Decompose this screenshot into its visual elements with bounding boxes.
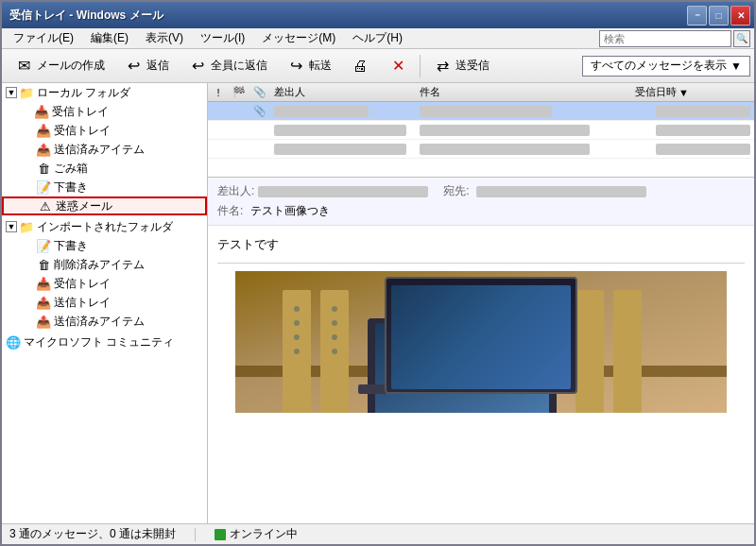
menu-edit[interactable]: 編集(E) bbox=[83, 28, 136, 48]
menu-tools[interactable]: ツール(I) bbox=[193, 28, 252, 48]
imported-folder-root[interactable]: ▼ 📁 インポートされたフォルダ bbox=[2, 217, 207, 236]
sidebar-item-sent[interactable]: 📤 送信済みアイテム bbox=[2, 140, 207, 159]
svg-point-11 bbox=[294, 334, 300, 340]
sidebar-item-inbox1[interactable]: ▷ 📥 受信トレイ bbox=[2, 102, 207, 121]
menu-help[interactable]: ヘルプ(H) bbox=[345, 28, 410, 48]
svg-rect-7 bbox=[576, 290, 604, 413]
reply-all-button[interactable]: ↩ 全員に返信 bbox=[180, 53, 276, 79]
svg-rect-3 bbox=[375, 323, 549, 413]
forward-button[interactable]: ↪ 転送 bbox=[278, 53, 340, 79]
sidebar-item-drafts[interactable]: 📝 下書き bbox=[2, 178, 207, 196]
sidebar-item-spam[interactable]: ⚠ 迷惑メール bbox=[2, 196, 207, 215]
msg3-subject bbox=[416, 143, 631, 155]
community-item[interactable]: 🌐 マイクロソフト コミュニティ bbox=[2, 333, 207, 351]
sidebar-item-imported-inbox[interactable]: 📥 受信トレイ bbox=[2, 274, 207, 293]
status-bar: 3 通のメッセージ、0 通は未開封 オンライン中 bbox=[2, 523, 754, 544]
imported-inbox-icon: 📥 bbox=[36, 276, 51, 291]
table-row[interactable] bbox=[208, 140, 754, 159]
folder-icon: 📁 bbox=[19, 85, 34, 100]
col-header-date[interactable]: 受信日時 ▼ bbox=[631, 85, 754, 99]
community-label: マイクロソフト コミュニティ bbox=[24, 334, 174, 350]
show-all-arrow: ▼ bbox=[730, 60, 742, 73]
preview-subject-row: 件名: テスト画像つき bbox=[217, 203, 745, 219]
preview-scroll[interactable]: テストです bbox=[208, 226, 754, 523]
print-button[interactable]: 🖨 bbox=[342, 53, 378, 79]
online-status-section: オンライン中 bbox=[215, 526, 298, 542]
compose-button[interactable]: ✉ メールの作成 bbox=[6, 53, 113, 79]
search-area: 🔍 bbox=[599, 30, 750, 47]
search-button[interactable]: 🔍 bbox=[733, 30, 750, 47]
online-label: オンライン中 bbox=[230, 526, 298, 542]
search-input[interactable] bbox=[599, 30, 731, 47]
col-header-subject[interactable]: 件名 bbox=[416, 85, 631, 99]
message-count: 3 通のメッセージ、0 通は未開封 bbox=[9, 526, 176, 542]
right-panel: ! 🏁 📎 差出人 件名 受信日時 ▼ bbox=[208, 83, 754, 523]
local-folder-root[interactable]: ▼ 📁 ローカル フォルダ bbox=[2, 83, 207, 102]
preview-body: テストです bbox=[208, 226, 754, 422]
msg2-from bbox=[270, 124, 416, 136]
send-receive-button[interactable]: ⇄ 送受信 bbox=[424, 53, 498, 79]
from-value bbox=[258, 185, 428, 198]
inbox1-icon: 📥 bbox=[34, 104, 49, 119]
sidebar-item-trash[interactable]: 🗑 ごみ箱 bbox=[2, 159, 207, 178]
sent-icon: 📤 bbox=[36, 142, 51, 157]
local-folder-toggle: ▼ bbox=[6, 87, 17, 98]
msg2-subject bbox=[416, 124, 631, 136]
online-icon bbox=[215, 529, 226, 540]
community-icon: 🌐 bbox=[6, 334, 21, 350]
col-header-from[interactable]: 差出人 bbox=[270, 85, 416, 99]
title-bar: 受信トレイ - Windows メール － □ ✕ bbox=[2, 2, 754, 28]
sidebar-item-inbox2[interactable]: 📥 受信トレイ bbox=[2, 121, 207, 140]
preview-from-row: 差出人: 宛先: bbox=[217, 183, 745, 199]
reply-label: 返信 bbox=[146, 58, 169, 74]
menu-view[interactable]: 表示(V) bbox=[138, 28, 191, 48]
sidebar-item-imported-sent-label: 送信済みアイテム bbox=[54, 314, 145, 330]
menu-file[interactable]: ファイル(E) bbox=[6, 28, 81, 48]
trash-icon: 🗑 bbox=[36, 161, 51, 176]
send-receive-icon: ⇄ bbox=[433, 57, 452, 76]
sidebar-item-outbox-label: 送信トレイ bbox=[54, 295, 111, 311]
close-button[interactable]: ✕ bbox=[730, 6, 750, 26]
sidebar-item-deleted[interactable]: 🗑 削除済みアイテム bbox=[2, 255, 207, 274]
svg-point-12 bbox=[294, 349, 300, 354]
col-header-flag[interactable]: 🏁 bbox=[229, 86, 249, 98]
sidebar: ▼ 📁 ローカル フォルダ ▷ 📥 受信トレイ 📥 受信トレイ 📤 送信済みアイ… bbox=[2, 83, 208, 523]
message-list[interactable]: ! 🏁 📎 差出人 件名 受信日時 ▼ bbox=[208, 83, 754, 178]
sidebar-item-outbox[interactable]: 📤 送信トレイ bbox=[2, 293, 207, 312]
message-count-section: 3 通のメッセージ、0 通は未開封 bbox=[9, 526, 176, 542]
col-header-icon[interactable]: ! bbox=[208, 87, 229, 98]
delete-button[interactable]: ✕ bbox=[380, 53, 416, 79]
svg-point-9 bbox=[294, 306, 300, 312]
minimize-button[interactable]: － bbox=[687, 6, 707, 26]
sidebar-item-imported-drafts[interactable]: 📝 下書き bbox=[2, 236, 207, 255]
sidebar-item-drafts-label: 下書き bbox=[54, 179, 88, 196]
msg3-from bbox=[270, 143, 416, 155]
sidebar-item-imported-drafts-label: 下書き bbox=[54, 238, 88, 254]
table-row[interactable] bbox=[208, 121, 754, 140]
maximize-button[interactable]: □ bbox=[709, 6, 729, 26]
svg-point-13 bbox=[332, 306, 337, 312]
sidebar-item-sent-label: 送信済みアイテム bbox=[54, 142, 145, 158]
reply-all-label: 全員に返信 bbox=[211, 58, 267, 74]
send-receive-label: 送受信 bbox=[455, 58, 490, 74]
svg-point-15 bbox=[332, 334, 337, 340]
inbox2-icon: 📥 bbox=[36, 123, 51, 138]
print-icon: 🖨 bbox=[351, 57, 369, 76]
compose-label: メールの作成 bbox=[37, 58, 105, 74]
imported-folder-toggle: ▼ bbox=[6, 221, 17, 232]
msg3-date bbox=[631, 143, 754, 155]
menu-message[interactable]: メッセージ(M) bbox=[254, 28, 343, 48]
sidebar-item-imported-inbox-label: 受信トレイ bbox=[54, 276, 111, 292]
col-header-attach[interactable]: 📎 bbox=[249, 86, 270, 98]
sort-arrow: ▼ bbox=[679, 87, 689, 98]
preview-image bbox=[235, 271, 727, 413]
local-folder-label: ローカル フォルダ bbox=[37, 85, 130, 101]
main-area: ▼ 📁 ローカル フォルダ ▷ 📥 受信トレイ 📥 受信トレイ 📤 送信済みアイ… bbox=[2, 83, 754, 523]
sidebar-item-inbox1-label: 受信トレイ bbox=[52, 104, 109, 120]
preview-header: 差出人: 宛先: 件名: テスト画像つき bbox=[208, 178, 754, 226]
reply-button[interactable]: ↩ 返信 bbox=[115, 53, 178, 79]
sidebar-item-imported-sent[interactable]: 📤 送信済みアイテム bbox=[2, 312, 207, 331]
show-all-button[interactable]: すべてのメッセージを表示 ▼ bbox=[582, 56, 750, 77]
table-row[interactable]: 📎 bbox=[208, 102, 754, 121]
svg-point-10 bbox=[294, 320, 300, 326]
